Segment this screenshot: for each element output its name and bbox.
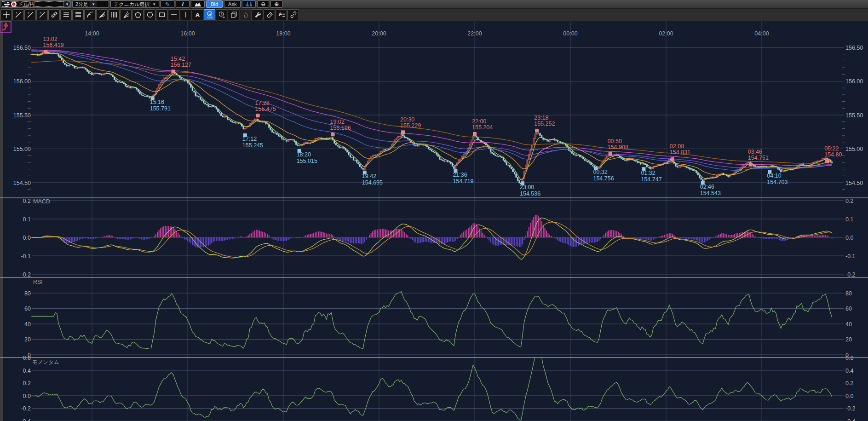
y-axis-label: 156.50 [13, 45, 31, 51]
tool-horizontal-line[interactable] [168, 9, 179, 20]
crosshair-icon [2, 11, 11, 19]
swing-price-label: 154.695 [362, 179, 383, 186]
trendline-2-icon: 2 [26, 11, 34, 19]
tool-pan-hand[interactable] [240, 9, 251, 20]
y-axis-label: 156.00 [845, 78, 863, 85]
swing-time-label: 05:22 [824, 145, 839, 152]
tool-pentagon[interactable] [132, 9, 144, 20]
info-button[interactable]: i [176, 0, 190, 8]
tool-link[interactable] [287, 9, 299, 20]
tool-angle-fan[interactable] [120, 9, 132, 20]
zoom-in-button[interactable]: ⊕ [270, 0, 282, 8]
tool-settings-list[interactable] [276, 9, 287, 20]
tool-icon-stamp[interactable]: ICON [204, 9, 215, 20]
swing-time-label: 23:00 [520, 184, 534, 190]
chart-area[interactable]: 14:0016:0018:0020:0022:0000:0002:0004:00… [0, 21, 868, 421]
tool-vertical-line[interactable] [180, 9, 191, 20]
info-icon: i [182, 1, 184, 7]
swing-time-label: 17:28 [255, 100, 270, 106]
tool-crosshair[interactable] [0, 9, 12, 20]
swing-time-label: 20:30 [400, 116, 414, 123]
up-arrow-stamp[interactable] [0, 21, 11, 32]
y-axis-label: 155.00 [13, 146, 31, 152]
zoom-out-icon: ⊖ [261, 1, 265, 7]
tool-fan-lines[interactable] [96, 9, 108, 20]
swing-price-label: 154.831 [670, 149, 690, 156]
y-axis-label: 155.50 [845, 112, 863, 119]
tool-ruler[interactable] [48, 9, 60, 20]
y-axis-label: 20 [845, 336, 852, 343]
fibonacci-arc-icon [86, 11, 94, 19]
tool-wrench[interactable] [252, 9, 263, 20]
y-axis-label: 0.2 [23, 198, 31, 204]
swing-price-label: 154.756 [593, 175, 614, 182]
y-axis-label: 154.50 [13, 180, 31, 186]
wrench-list-icon [277, 11, 286, 19]
y-axis-label: 156.50 [845, 45, 863, 51]
svg-text:2: 2 [28, 12, 29, 15]
tool-fibonacci-arc[interactable] [84, 9, 96, 20]
currency-pair-selector[interactable]: ドル/円 ▼ [1, 0, 71, 8]
y-axis-label: 0.1 [23, 216, 31, 223]
swing-time-label: 19:42 [362, 173, 376, 179]
swing-price-label: 155.475 [255, 106, 276, 112]
y-axis-label: 0.4 [845, 368, 853, 374]
ellipse-icon [146, 11, 154, 19]
y-axis-label: 155.00 [845, 146, 863, 152]
time-axis-label: 04:00 [754, 30, 769, 37]
bid-toggle-button[interactable]: Bid [206, 0, 223, 8]
tool-trendline-3[interactable]: 3 [36, 9, 48, 20]
swing-price-label: 155.229 [400, 122, 421, 129]
chevron-down-icon: ▼ [152, 2, 156, 6]
time-axis-label: 00:00 [563, 30, 577, 37]
ma-170 [31, 61, 832, 163]
link-icon [289, 11, 298, 19]
tool-vertical-lines[interactable] [108, 9, 120, 20]
swing-time-label: 02:46 [700, 184, 714, 190]
rectangle-icon [158, 11, 166, 19]
chevron-down-icon[interactable]: ▼ [63, 1, 70, 7]
parallel-lines-3-icon [62, 11, 70, 19]
timeframe-selector[interactable]: 2分足 ▼ [72, 0, 109, 8]
area-chart-button[interactable] [191, 0, 205, 8]
tool-parallel-lines-3[interactable] [60, 9, 72, 20]
tool-text[interactable]: A [192, 9, 203, 20]
price-indicator-chart[interactable]: 14:0016:0018:0020:0022:0000:0002:0004:00… [0, 21, 868, 421]
momentum-panel-title: モメンタム [32, 359, 59, 365]
y-axis-label: 0.2 [845, 380, 853, 386]
draw-pencil-button[interactable]: ✎ [161, 0, 174, 8]
japan-flag-icon [11, 1, 17, 7]
zoom-out-button[interactable]: ⊖ [257, 0, 269, 8]
text-tool-icon: A [195, 12, 200, 18]
technical-select-label: テクニカル選択 [114, 1, 149, 8]
tool-ellipse[interactable] [144, 9, 155, 20]
y-axis-label: 154.50 [845, 180, 863, 186]
us-flag-icon [4, 1, 10, 7]
eraser-icon [265, 11, 274, 19]
y-axis-label: 40 [845, 321, 852, 328]
tool-trendline-1[interactable]: 1 [12, 9, 24, 20]
swing-time-label: 00:50 [608, 138, 622, 144]
tool-rectangle[interactable] [156, 9, 167, 20]
tool-parallel-lines-4[interactable] [72, 9, 84, 20]
swing-marker [609, 152, 612, 156]
swing-annotations: 13:02156.41915:16155.79115:42156.12717:1… [43, 36, 842, 197]
technical-select-button[interactable]: テクニカル選択 ▼ [110, 0, 159, 8]
ask-toggle-button[interactable]: Ask [224, 0, 241, 8]
tool-time-marker[interactable] [216, 9, 227, 20]
y-axis-label: 0.6 [23, 355, 31, 361]
y-axis-label: 0.2 [845, 198, 853, 204]
chevron-down-icon[interactable]: ▼ [90, 1, 97, 7]
y-axis-label: -0.2 [845, 271, 856, 278]
time-axis-label: 02:00 [659, 30, 673, 37]
tool-copy[interactable] [228, 9, 239, 20]
tool-trendline-2[interactable]: 2 [24, 9, 36, 20]
time-axis-label: 16:00 [180, 30, 195, 37]
y-axis-label: 155.50 [13, 112, 31, 119]
tool-eraser[interactable] [264, 9, 275, 20]
swing-time-label: 01:32 [641, 170, 655, 176]
tick-chart-button[interactable] [242, 0, 256, 8]
time-axis-label: 22:00 [467, 30, 482, 37]
swing-time-label: 15:16 [150, 99, 164, 105]
swing-marker [331, 133, 334, 136]
